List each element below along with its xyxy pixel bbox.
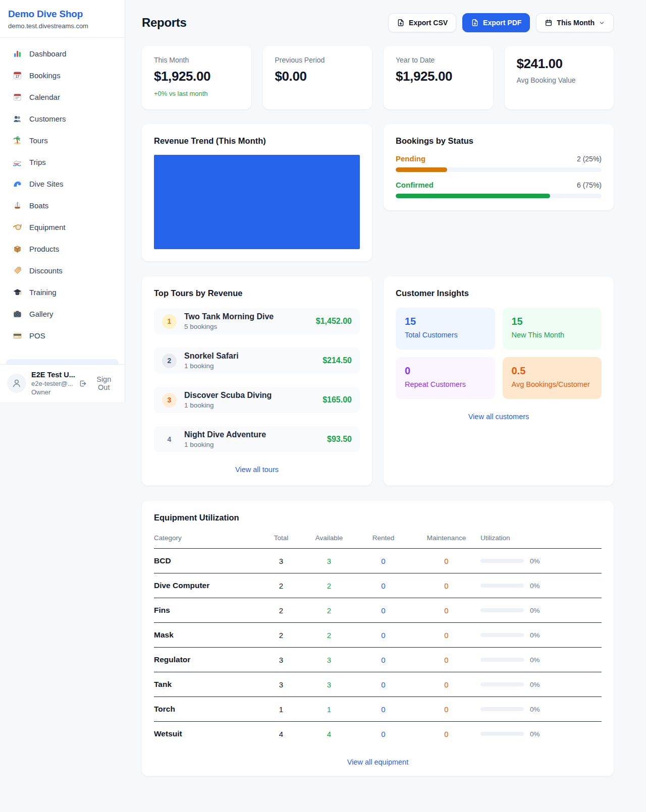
cell-rented: 0 [354, 598, 412, 623]
nav-item-label: Dive Sites [29, 180, 64, 188]
sidebar-nav-item[interactable]: Dashboard [6, 43, 119, 65]
sidebar-nav-item[interactable]: Equipment [6, 216, 119, 238]
nav-item-label: Products [29, 245, 59, 253]
cell-maintenance: 0 [412, 623, 480, 648]
sidebar-nav-item[interactable]: Calendar [6, 86, 119, 108]
top-tours-card: Top Tours by Revenue 1 Two Tank Morning … [142, 276, 372, 486]
revenue-trend-title: Revenue Trend (This Month) [154, 136, 360, 146]
revenue-trend-card: Revenue Trend (This Month) [142, 124, 372, 261]
nav-item-icon [12, 244, 22, 254]
stat-card-this-month: This Month $1,925.00 +0% vs last month [142, 46, 251, 109]
nav-item-icon [12, 331, 22, 341]
stat-value: $0.00 [275, 69, 360, 84]
header-actions: Export CSV Export PDF This Month [388, 13, 614, 32]
sidebar-item-reports-active-partial[interactable] [6, 359, 119, 364]
progress-fill [396, 194, 550, 198]
sidebar-nav-item[interactable]: Tours [6, 130, 119, 151]
sidebar-nav-item[interactable]: Bookings [6, 65, 119, 86]
cell-maintenance: 0 [412, 697, 480, 722]
utilization-track [480, 584, 524, 588]
stat-label: Year to Date [396, 56, 481, 64]
tile-value: 0 [405, 365, 486, 377]
view-all-customers-link[interactable]: View all customers [396, 413, 602, 421]
nav-item-label: Discounts [29, 266, 63, 275]
cell-maintenance: 0 [412, 648, 480, 672]
shop-domain: demo.test.divestreams.com [8, 22, 117, 30]
utilization-label: 0% [530, 631, 540, 639]
person-icon [11, 378, 22, 389]
utilization-label: 0% [530, 681, 540, 688]
view-all-tours-link[interactable]: View all tours [154, 466, 360, 474]
tour-list-item: 3 Discover Scuba Diving 1 booking $165.0… [154, 387, 360, 413]
customer-insights-title: Customer Insights [396, 288, 602, 298]
user-email: e2e-tester@... [31, 380, 74, 387]
sidebar-nav-item[interactable]: Customers [6, 108, 119, 130]
nav-item-icon [12, 179, 22, 189]
customer-insights-card: Customer Insights 15 Total Customers 15 … [384, 276, 614, 486]
user-name: E2E Test U... [31, 371, 74, 379]
insight-tile-total-customers: 15 Total Customers [396, 308, 495, 350]
file-download-icon [397, 19, 405, 27]
sign-out-button[interactable]: Sign Out [79, 375, 118, 391]
nav-item-label: Gallery [29, 310, 53, 318]
rank-badge: 3 [162, 393, 177, 408]
cell-rented: 0 [354, 623, 412, 648]
export-pdf-button[interactable]: Export PDF [462, 13, 530, 32]
stat-label: Previous Period [275, 56, 360, 64]
status-label: Pending [396, 154, 425, 163]
sidebar-nav-item[interactable]: Training [6, 281, 119, 303]
cell-category: Mask [154, 623, 258, 648]
stat-value: $1,925.00 [396, 69, 481, 84]
sidebar-nav-item[interactable]: Discounts [6, 260, 119, 281]
cell-category: Torch [154, 697, 258, 722]
export-csv-button[interactable]: Export CSV [388, 13, 456, 32]
progress-track [396, 194, 602, 198]
export-pdf-label: Export PDF [483, 19, 521, 27]
insight-tile-repeat-customers: 0 Repeat Customers [396, 357, 495, 399]
sidebar-nav-item[interactable]: Products [6, 238, 119, 260]
nav-item-icon [12, 157, 22, 167]
nav-item-label: Equipment [29, 223, 66, 231]
file-download-icon [471, 19, 479, 27]
nav-item-icon [12, 49, 22, 59]
sidebar-nav-item[interactable]: Trips [6, 151, 119, 173]
view-all-equipment-link[interactable]: View all equipment [154, 758, 602, 766]
cell-available: 2 [304, 598, 354, 623]
sidebar-nav-item[interactable]: POS [6, 325, 119, 346]
stats-row: This Month $1,925.00 +0% vs last month P… [142, 46, 614, 109]
top-tours-title: Top Tours by Revenue [154, 288, 360, 298]
period-label: This Month [557, 19, 595, 27]
tour-bookings-count: 5 bookings [184, 323, 274, 330]
cell-rented: 0 [354, 573, 412, 598]
sidebar-nav-item[interactable]: Dive Sites [6, 173, 119, 195]
chevron-down-icon [599, 20, 605, 26]
cell-rented: 0 [354, 672, 412, 697]
nav-item-icon [12, 136, 22, 146]
sidebar: Demo Dive Shop demo.test.divestreams.com… [0, 0, 125, 402]
tile-value: 0.5 [512, 365, 593, 377]
period-dropdown[interactable]: This Month [536, 13, 614, 32]
cell-total: 3 [258, 672, 304, 697]
utilization-track [480, 707, 524, 711]
equipment-utilization-card: Equipment Utilization Category Total Ava… [142, 501, 614, 776]
cell-available: 2 [304, 573, 354, 598]
avatar [7, 374, 26, 393]
equipment-table-row: Torch 1 1 0 0 0% [154, 697, 602, 722]
utilization-track [480, 559, 524, 563]
stat-card-previous-period: Previous Period $0.00 [263, 46, 372, 109]
stat-label: This Month [154, 56, 239, 64]
nav-item-icon [12, 287, 22, 298]
tour-bookings-count: 1 booking [184, 441, 266, 448]
stat-delta: +0% vs last month [154, 90, 239, 97]
nav-item-label: POS [29, 331, 45, 340]
sidebar-nav-item[interactable]: Gallery [6, 303, 119, 325]
cell-available: 2 [304, 623, 354, 648]
sidebar-nav-item[interactable]: Boats [6, 195, 119, 216]
cell-rented: 0 [354, 549, 412, 573]
cell-total: 1 [258, 697, 304, 722]
tile-value: 15 [405, 316, 486, 327]
utilization-track [480, 608, 524, 612]
equipment-table-row: Fins 2 2 0 0 0% [154, 598, 602, 623]
nav-item-icon [12, 71, 22, 81]
tour-name: Discover Scuba Diving [184, 391, 272, 400]
